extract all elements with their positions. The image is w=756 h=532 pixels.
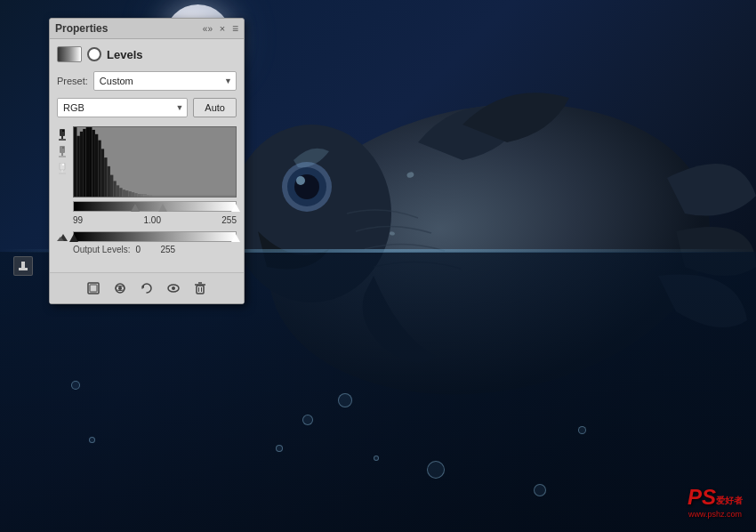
histogram-canvas (73, 126, 237, 197)
bubble (534, 484, 546, 496)
bottom-toolbar (50, 272, 244, 303)
output-mountains-icon (57, 230, 69, 243)
svg-rect-46 (149, 195, 152, 197)
svg-rect-27 (92, 130, 94, 197)
histogram-area (57, 126, 237, 197)
svg-rect-32 (108, 166, 110, 197)
svg-point-53 (118, 286, 122, 290)
output-label: Output Levels: (73, 245, 130, 254)
panel-controls: «» × ≡ (203, 22, 238, 35)
levels-header: Levels (57, 46, 237, 62)
bubble (338, 393, 352, 407)
svg-rect-42 (138, 194, 141, 197)
panel-title: Properties (55, 22, 108, 35)
svg-rect-47 (153, 195, 236, 197)
output-values-row: Output Levels: 0 255 (73, 245, 237, 254)
channel-row: RGB ▼ Auto (57, 98, 237, 117)
view-previous-button[interactable] (110, 278, 130, 298)
svg-point-5 (296, 176, 305, 185)
output-black-handle[interactable] (69, 234, 78, 242)
gray-point-eyedropper[interactable] (57, 145, 69, 159)
channel-dropdown-arrow: ▼ (175, 103, 187, 112)
svg-rect-8 (60, 129, 65, 136)
svg-rect-31 (104, 157, 107, 197)
svg-point-11 (62, 130, 64, 132)
input-midpoint-value: 1.00 (143, 215, 160, 225)
svg-rect-10 (59, 139, 66, 141)
bubble (427, 461, 445, 479)
panel-menu-button[interactable]: ≡ (232, 22, 238, 35)
preset-row: Preset: Custom ▼ Custom Default Darker (57, 71, 237, 91)
svg-rect-41 (134, 193, 137, 197)
reset-button[interactable] (137, 278, 157, 298)
black-point-eyedropper[interactable] (57, 128, 69, 142)
svg-rect-34 (113, 181, 116, 197)
input-white-handle[interactable] (231, 204, 240, 212)
svg-rect-18 (59, 173, 66, 174)
bubble (89, 437, 95, 443)
input-midpoint-handle[interactable] (158, 204, 167, 212)
panel-titlebar: Properties «» × ≡ (50, 19, 244, 39)
preset-label: Preset: (57, 76, 88, 86)
ps-watermark-text: PS (688, 485, 716, 510)
channel-select-wrapper[interactable]: RGB ▼ (57, 98, 188, 117)
input-slider-track[interactable] (73, 201, 237, 212)
bubble (276, 445, 283, 452)
svg-rect-28 (95, 134, 98, 197)
svg-rect-43 (141, 194, 143, 197)
output-white-value: 255 (160, 245, 180, 254)
clip-to-layer-button[interactable] (84, 278, 103, 298)
svg-point-19 (62, 164, 64, 165)
svg-rect-38 (125, 190, 128, 197)
levels-visibility-circle[interactable] (87, 47, 101, 61)
panel-title-area: Properties (55, 22, 108, 35)
svg-rect-58 (197, 286, 204, 294)
svg-rect-64 (21, 262, 25, 268)
svg-rect-22 (76, 136, 79, 197)
svg-rect-25 (86, 127, 89, 197)
input-slider-area (73, 201, 237, 212)
input-black-value: 99 (73, 215, 83, 225)
bubble (578, 426, 586, 434)
svg-rect-21 (74, 127, 76, 197)
auto-button[interactable]: Auto (193, 98, 237, 117)
white-point-eyedropper[interactable] (57, 162, 69, 176)
preset-select-wrapper: Custom ▼ Custom Default Darker (93, 71, 237, 91)
levels-title: Levels (107, 48, 142, 61)
panel-content: Levels Preset: Custom ▼ Custom Default D… (50, 39, 244, 272)
svg-rect-12 (60, 146, 65, 153)
eye-button[interactable] (164, 278, 183, 298)
watermark: PS 爱好者 www.pshz.com (688, 485, 743, 519)
svg-rect-23 (80, 132, 83, 197)
collapse-icon[interactable]: «» (203, 24, 213, 34)
properties-panel: Properties «» × ≡ Levels Preset: Custom … (49, 18, 245, 304)
channel-value: RGB (58, 102, 175, 113)
svg-rect-44 (143, 194, 146, 197)
svg-rect-36 (119, 188, 122, 197)
svg-rect-35 (117, 185, 119, 197)
svg-point-15 (62, 147, 64, 149)
output-slider-track[interactable] (73, 231, 237, 242)
output-black-value: 0 (135, 245, 155, 254)
svg-rect-30 (101, 149, 104, 197)
svg-rect-63 (19, 268, 28, 270)
svg-rect-40 (132, 192, 134, 197)
bubble (374, 455, 379, 461)
input-black-handle[interactable] (131, 204, 140, 212)
left-toolbar (13, 256, 33, 276)
watermark-url: www.pshz.com (688, 510, 742, 519)
delete-button[interactable] (190, 278, 210, 298)
close-button[interactable]: × (216, 22, 229, 35)
svg-rect-24 (83, 129, 85, 197)
output-white-handle[interactable] (231, 234, 240, 242)
svg-rect-33 (110, 175, 113, 197)
eyedroppers (57, 126, 69, 197)
svg-rect-29 (98, 141, 101, 197)
svg-rect-51 (90, 285, 97, 292)
svg-rect-37 (123, 189, 125, 197)
left-tool-1[interactable] (13, 256, 33, 276)
svg-point-57 (172, 286, 175, 290)
svg-rect-16 (60, 163, 65, 170)
input-white-value: 255 (221, 215, 237, 225)
bubble (71, 381, 80, 390)
